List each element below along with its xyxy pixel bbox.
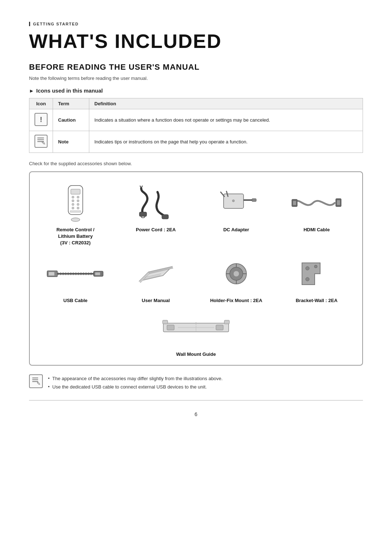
page-title: WHAT'S INCLUDED xyxy=(29,30,363,52)
accessories-box: Remote Control /Lithium Battery(3V : CR2… xyxy=(29,171,363,366)
accessory-image-wall-mount-guide xyxy=(169,308,223,347)
accessory-item-power-cord: Power Cord : 2EA xyxy=(118,183,195,247)
table-row: Caution Indicates a situation where a fu… xyxy=(29,109,363,131)
accessory-label-usb-cable: USB Cable xyxy=(64,297,87,304)
icons-table: Icon Term Definition Caution Indicates a… xyxy=(29,98,363,153)
accessory-item-holder-fix-mount: Holder-Fix Mount : 2EA xyxy=(198,254,275,304)
svg-rect-29 xyxy=(95,272,100,275)
note-box-icon xyxy=(29,374,43,388)
accessory-label-power-cord: Power Cord : 2EA xyxy=(136,227,176,233)
note-box: The appearance of the accessories may di… xyxy=(29,374,363,400)
svg-point-11 xyxy=(71,218,80,221)
accessory-image-user-manual xyxy=(128,254,183,294)
svg-point-6 xyxy=(72,203,74,206)
accessory-item-wall-mount-guide: Wall Mount Guide xyxy=(169,308,223,358)
caution-icon xyxy=(34,113,48,126)
arrow-icon: ► xyxy=(29,88,34,94)
col-header-term: Term xyxy=(53,98,89,109)
note-icon xyxy=(34,135,48,148)
intro-text: Note the following terms before reading … xyxy=(29,76,363,81)
svg-rect-1 xyxy=(71,189,80,194)
accessory-label-wall-mount-guide: Wall Mount Guide xyxy=(176,351,216,358)
svg-point-2 xyxy=(72,196,74,198)
accessory-image-power-cord xyxy=(128,183,183,223)
svg-rect-45 xyxy=(167,325,174,330)
page-number: 6 xyxy=(29,411,363,417)
accessory-image-remote-control xyxy=(48,183,103,223)
svg-point-8 xyxy=(72,207,74,209)
accessory-item-bracket-wall: Bracket-Wall : 2EA xyxy=(278,254,355,304)
section-heading: BEFORE READING THE USER'S MANUAL xyxy=(29,62,363,72)
svg-rect-12 xyxy=(139,212,147,216)
svg-rect-46 xyxy=(216,325,223,330)
accessories-last-row: Wall Mount Guide xyxy=(37,308,355,358)
svg-rect-21 xyxy=(293,201,296,205)
accessory-label-dc-adapter: DC Adapter xyxy=(223,227,249,233)
note-definition: Indicates tips or instructions on the pa… xyxy=(89,131,363,153)
svg-point-42 xyxy=(306,277,309,281)
accessory-label-remote-control: Remote Control /Lithium Battery(3V : CR2… xyxy=(56,227,94,247)
subsection-heading: ► Icons used in this manual xyxy=(29,88,363,94)
svg-point-5 xyxy=(77,200,79,202)
accessory-image-bracket-wall xyxy=(289,254,344,294)
accessories-grid: Remote Control /Lithium Battery(3V : CR2… xyxy=(37,183,355,304)
svg-point-36 xyxy=(233,271,239,277)
accessory-label-bracket-wall: Bracket-Wall : 2EA xyxy=(296,297,338,304)
note-bullets: The appearance of the accessories may di… xyxy=(48,374,222,391)
note-bullet-1: The appearance of the accessories may di… xyxy=(48,374,222,383)
svg-rect-48 xyxy=(163,320,168,324)
svg-point-41 xyxy=(306,267,309,270)
svg-rect-23 xyxy=(337,200,340,205)
svg-point-4 xyxy=(72,200,74,202)
accessory-item-dc-adapter: DC Adapter xyxy=(198,183,275,247)
svg-rect-49 xyxy=(224,320,229,324)
caution-icon-cell xyxy=(29,109,53,131)
svg-point-19 xyxy=(232,200,234,202)
svg-point-9 xyxy=(77,207,79,209)
col-header-definition: Definition xyxy=(89,98,363,109)
svg-point-43 xyxy=(314,265,317,268)
section-label: GETTING STARTED xyxy=(29,22,363,26)
svg-rect-13 xyxy=(162,215,168,219)
accessory-item-hdmi-cable: HDMI Cable xyxy=(278,183,355,247)
col-header-icon: Icon xyxy=(29,98,53,109)
svg-point-7 xyxy=(77,203,79,206)
note-icon-cell xyxy=(29,131,53,153)
accessory-image-usb-cable xyxy=(48,254,103,294)
accessory-item-remote-control: Remote Control /Lithium Battery(3V : CR2… xyxy=(37,183,114,247)
note-bullet-2: Use the dedicated USB cable to connect e… xyxy=(48,383,222,391)
note-term: Note xyxy=(53,131,89,153)
accessory-image-holder-fix-mount xyxy=(209,254,264,294)
caution-definition: Indicates a situation where a function d… xyxy=(89,109,363,131)
accessory-image-hdmi-cable xyxy=(289,183,344,223)
accessory-item-usb-cable: USB Cable xyxy=(37,254,114,304)
svg-rect-16 xyxy=(252,199,256,202)
accessory-label-user-manual: User Manual xyxy=(142,297,170,304)
svg-rect-10 xyxy=(70,211,81,212)
svg-point-3 xyxy=(77,196,79,198)
accessory-label-hdmi-cable: HDMI Cable xyxy=(303,227,330,233)
svg-rect-26 xyxy=(49,272,54,276)
check-text: Check for the supplied accessories shown… xyxy=(29,161,363,166)
accessory-item-user-manual: User Manual xyxy=(118,254,195,304)
accessory-image-dc-adapter xyxy=(209,183,264,223)
table-row: Note Indicates tips or instructions on t… xyxy=(29,131,363,153)
caution-term: Caution xyxy=(53,109,89,131)
accessory-label-holder-fix-mount: Holder-Fix Mount : 2EA xyxy=(210,297,262,304)
